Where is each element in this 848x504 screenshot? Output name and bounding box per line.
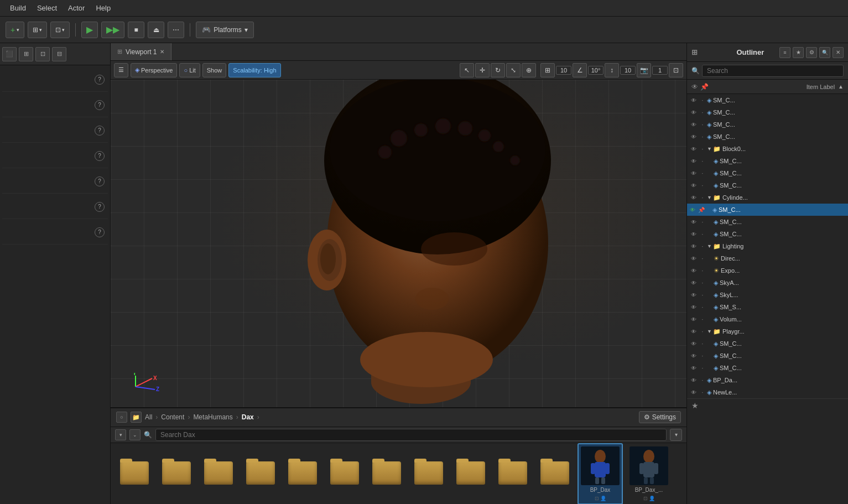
- help-icon-6[interactable]: ?: [95, 202, 105, 212]
- folder-item-10[interactable]: [493, 459, 532, 489]
- left-tool-2[interactable]: ⊞: [19, 47, 33, 61]
- more-options-button[interactable]: ⋯: [168, 22, 184, 38]
- pin-icon-block0-sm2[interactable]: ·: [698, 170, 707, 176]
- pin-icon-skyl[interactable]: ·: [698, 292, 707, 298]
- visibility-col-icon[interactable]: 👁: [691, 83, 698, 91]
- viewport-tab-1[interactable]: ⊞ Viewport 1 ✕: [111, 43, 171, 60]
- folder-item-2[interactable]: [157, 459, 196, 489]
- tree-item-newle[interactable]: 👁 · ◈ NewLe...: [687, 386, 848, 398]
- tree-item-directional[interactable]: 👁 · ☀ Direc...: [687, 252, 848, 264]
- translate-tool[interactable]: ✛: [475, 63, 490, 77]
- tree-item-cylinder-sm1[interactable]: 👁 📌 ◈ SM_C...: [687, 204, 848, 216]
- visibility-icon-cylinder-sm1[interactable]: 👁: [688, 207, 697, 213]
- camera-input[interactable]: [652, 66, 668, 75]
- visibility-icon-volu[interactable]: 👁: [689, 316, 698, 323]
- visibility-icon-expo[interactable]: 👁: [689, 268, 698, 274]
- path-metahumans[interactable]: MetaHumans: [193, 413, 232, 421]
- show-button[interactable]: Show: [202, 63, 227, 77]
- tree-item-sm2[interactable]: 👁 · ◈ SM_C...: [687, 106, 848, 118]
- select-tool[interactable]: ↖: [460, 63, 474, 77]
- left-tool-1[interactable]: ⬛: [2, 47, 17, 61]
- settings-button[interactable]: ⚙ Settings: [639, 411, 681, 423]
- asset-item-2[interactable]: BP_Dax_... ⊡ 👤: [626, 443, 672, 504]
- pin-icon-newle[interactable]: ·: [698, 389, 707, 396]
- visibility-icon-skyl[interactable]: 👁: [689, 292, 698, 298]
- menu-help[interactable]: Help: [90, 2, 116, 14]
- perspective-button[interactable]: ◈ Perspective: [131, 63, 177, 77]
- pin-icon-expo[interactable]: ·: [698, 268, 707, 274]
- tree-item-sm1[interactable]: 👁 · ◈ SM_C...: [687, 94, 848, 106]
- outliner-settings-button[interactable]: ⚙: [806, 47, 817, 58]
- visibility-icon-skya[interactable]: 👁: [689, 280, 698, 286]
- pin-icon-cylinder-sm1[interactable]: 📌: [697, 207, 706, 213]
- pin-icon-block0-sm1[interactable]: ·: [698, 158, 707, 164]
- menu-build[interactable]: Build: [4, 2, 32, 14]
- tree-item-sm3[interactable]: 👁 · ◈ SM_C...: [687, 118, 848, 131]
- visibility-icon-sm4[interactable]: 👁: [689, 134, 698, 140]
- left-tool-4[interactable]: ⊟: [52, 47, 66, 61]
- outliner-filter-button[interactable]: ≡: [779, 47, 790, 58]
- pin-icon-pg-sm1[interactable]: ·: [698, 341, 707, 347]
- modes-button[interactable]: ⊞▾: [28, 22, 47, 38]
- angle-button[interactable]: ∠: [573, 63, 587, 77]
- hamburger-menu-button[interactable]: ☰: [114, 63, 128, 77]
- visibility-icon-sms[interactable]: 👁: [689, 304, 698, 310]
- tree-item-block0[interactable]: 👁 · ▼ 📁 Block0...: [687, 143, 848, 155]
- pin-icon-volu[interactable]: ·: [698, 316, 707, 323]
- scalability-button[interactable]: Scalability: High: [228, 63, 280, 77]
- visibility-icon-cylinder-sm2[interactable]: 👁: [689, 219, 698, 225]
- snap-input[interactable]: [620, 66, 636, 75]
- content-browser-menu[interactable]: ○: [116, 412, 127, 423]
- menu-select[interactable]: Select: [32, 2, 63, 14]
- item-label-col[interactable]: Item Label: [807, 84, 835, 90]
- settings-dropdown[interactable]: ⊡▾: [50, 22, 70, 38]
- pin-icon-skya[interactable]: ·: [698, 280, 707, 286]
- grid-view-button[interactable]: ⊞: [540, 63, 555, 77]
- scale-tool[interactable]: ⤡: [506, 63, 521, 77]
- visibility-icon-lighting[interactable]: 👁: [689, 243, 698, 250]
- tree-item-cylinder-sm2[interactable]: 👁 · ◈ SM_C...: [687, 216, 848, 228]
- stop-button[interactable]: ■: [128, 22, 144, 38]
- tree-item-expo[interactable]: 👁 · ☀ Expo...: [687, 264, 848, 277]
- tree-item-cylinder[interactable]: 👁 · ▼ 📁 Cylinde...: [687, 191, 848, 204]
- pin-icon-block0-sm3[interactable]: ·: [698, 183, 707, 189]
- visibility-icon-sm1[interactable]: 👁: [689, 97, 698, 103]
- search-toggle[interactable]: ⌄: [129, 429, 141, 440]
- tree-item-block0-sm3[interactable]: 👁 · ◈ SM_C...: [687, 179, 848, 191]
- help-icon-7[interactable]: ?: [95, 227, 105, 237]
- search-filter-icon[interactable]: ▾: [115, 429, 126, 440]
- visibility-icon-block0[interactable]: 👁: [689, 146, 698, 152]
- folder-item-9[interactable]: [451, 459, 490, 489]
- universal-tool[interactable]: ⊕: [522, 63, 536, 77]
- visibility-icon-playground[interactable]: 👁: [689, 329, 698, 335]
- folder-item-5[interactable]: [283, 459, 322, 489]
- help-icon-5[interactable]: ?: [95, 176, 105, 186]
- pin-icon-cylinder[interactable]: ·: [698, 195, 707, 201]
- pin-icon-sms[interactable]: ·: [698, 304, 707, 310]
- visibility-icon-block0-sm3[interactable]: 👁: [689, 183, 698, 189]
- pin-icon-pg-sm2[interactable]: ·: [698, 353, 707, 359]
- tree-item-lighting[interactable]: 👁 · ▼ 📁 Lighting: [687, 240, 848, 252]
- platforms-dropdown[interactable]: 🎮 Platforms ▾: [196, 22, 254, 38]
- pin-icon-lighting[interactable]: ·: [698, 243, 707, 250]
- tree-item-sms[interactable]: 👁 · ◈ SM_S...: [687, 301, 848, 313]
- content-browser-folder-icon[interactable]: 📁: [131, 412, 142, 423]
- angle-input[interactable]: [588, 66, 604, 75]
- outliner-search-toggle[interactable]: 🔍: [819, 47, 830, 58]
- pin-icon-sm4[interactable]: ·: [698, 134, 707, 140]
- tree-item-playground-sm3[interactable]: 👁 · ◈ SM_C...: [687, 362, 848, 374]
- tree-item-volu[interactable]: 👁 · ◈ Volum...: [687, 313, 848, 325]
- visibility-icon-pg-sm1[interactable]: 👁: [689, 341, 698, 347]
- visibility-icon-directional[interactable]: 👁: [689, 256, 698, 262]
- folder-item-3[interactable]: [199, 459, 238, 489]
- lit-button[interactable]: ○ Lit: [179, 63, 200, 77]
- viewport-canvas[interactable]: X Y Z: [111, 80, 686, 407]
- maximize-button[interactable]: ⊡: [669, 63, 683, 77]
- outliner-add-star-icon[interactable]: ★: [691, 401, 699, 410]
- pin-icon-bpda[interactable]: ·: [698, 377, 707, 383]
- tree-item-sm4[interactable]: 👁 · ◈ SM_C...: [687, 131, 848, 143]
- pin-icon-pg-sm3[interactable]: ·: [698, 365, 707, 371]
- tree-item-block0-sm1[interactable]: 👁 · ◈ SM_C...: [687, 155, 848, 167]
- snap-button[interactable]: ↕: [605, 63, 619, 77]
- path-all[interactable]: All: [145, 413, 152, 421]
